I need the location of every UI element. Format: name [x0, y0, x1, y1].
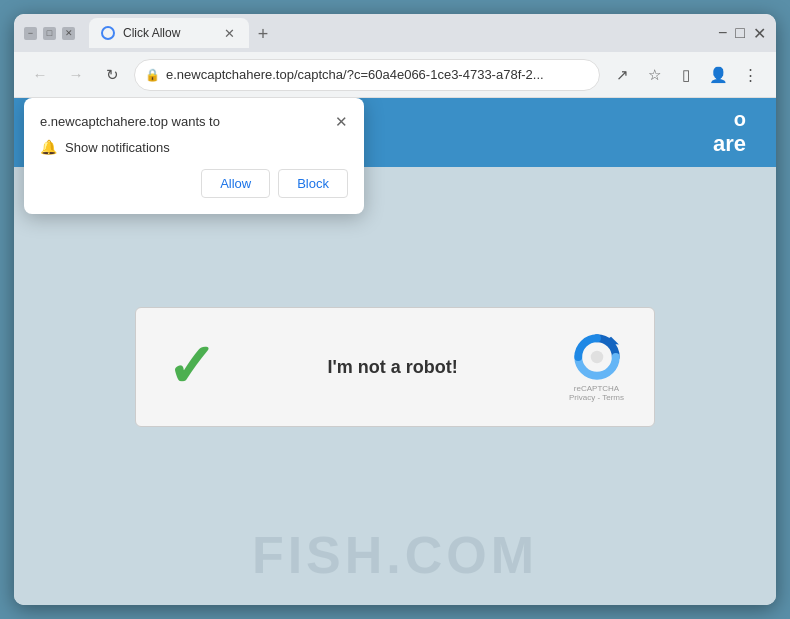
- back-button[interactable]: ←: [26, 61, 54, 89]
- nav-bar: ← → ↻ 🔒 e.newcaptchahere.top/captcha/?c=…: [14, 52, 776, 98]
- close-button[interactable]: ✕: [62, 27, 75, 40]
- watermark: FISH.COM: [14, 525, 776, 585]
- popup-header: e.newcaptchahere.top wants to ✕: [40, 114, 348, 129]
- titlebar-minimize-icon[interactable]: −: [718, 24, 727, 43]
- permission-label: Show notifications: [65, 140, 170, 155]
- maximize-button[interactable]: □: [43, 27, 56, 40]
- svg-point-1: [590, 351, 603, 364]
- active-tab[interactable]: Click Allow ✕: [89, 18, 249, 48]
- profile-button[interactable]: 👤: [704, 61, 732, 89]
- url-text: e.newcaptchahere.top/captcha/?c=60a4e066…: [166, 67, 589, 82]
- bell-icon: 🔔: [40, 139, 57, 155]
- titlebar-maximize-icon[interactable]: □: [735, 24, 745, 43]
- checkmark-icon: ✓: [166, 337, 216, 397]
- title-bar-controls: − □ ✕: [718, 24, 766, 43]
- tab-title: Click Allow: [123, 26, 180, 40]
- browser-window: − □ ✕ Click Allow ✕ + − □ ✕ ← → ↻ 🔒 e.ne…: [14, 14, 776, 605]
- address-bar[interactable]: 🔒 e.newcaptchahere.top/captcha/?c=60a4e0…: [134, 59, 600, 91]
- tab-area: Click Allow ✕ +: [89, 18, 710, 48]
- recaptcha-text: reCAPTCHAPrivacy - Terms: [569, 384, 624, 402]
- notification-popup: e.newcaptchahere.top wants to ✕ 🔔 Show n…: [24, 98, 364, 214]
- popup-title: e.newcaptchahere.top wants to: [40, 114, 220, 129]
- popup-buttons: Allow Block: [40, 169, 348, 198]
- bookmark-button[interactable]: ☆: [640, 61, 668, 89]
- share-button[interactable]: ↗: [608, 61, 636, 89]
- tab-close-button[interactable]: ✕: [221, 25, 237, 41]
- nav-actions: ↗ ☆ ▯ 👤 ⋮: [608, 61, 764, 89]
- forward-button[interactable]: →: [62, 61, 90, 89]
- title-bar: − □ ✕ Click Allow ✕ + − □ ✕: [14, 14, 776, 52]
- recaptcha-logo: reCAPTCHAPrivacy - Terms: [569, 332, 624, 402]
- lock-icon: 🔒: [145, 68, 160, 82]
- menu-button[interactable]: ⋮: [736, 61, 764, 89]
- titlebar-close-icon[interactable]: ✕: [753, 24, 766, 43]
- popup-notification-row: 🔔 Show notifications: [40, 139, 348, 155]
- sidebar-button[interactable]: ▯: [672, 61, 700, 89]
- minimize-button[interactable]: −: [24, 27, 37, 40]
- recaptcha-icon: [572, 332, 622, 382]
- reload-button[interactable]: ↻: [98, 61, 126, 89]
- blue-bar-text-2: are: [713, 131, 746, 156]
- block-button[interactable]: Block: [278, 169, 348, 198]
- page-content: oare e.newcaptchahere.top wants to ✕ 🔔 S…: [14, 98, 776, 605]
- captcha-label: I'm not a robot!: [327, 357, 457, 378]
- blue-bar-text: oare: [713, 108, 746, 155]
- window-controls: − □ ✕: [24, 27, 75, 40]
- tab-favicon-icon: [101, 26, 115, 40]
- captcha-card[interactable]: ✓ I'm not a robot!: [135, 307, 655, 427]
- allow-button[interactable]: Allow: [201, 169, 270, 198]
- new-tab-button[interactable]: +: [249, 20, 277, 48]
- popup-close-button[interactable]: ✕: [335, 114, 348, 129]
